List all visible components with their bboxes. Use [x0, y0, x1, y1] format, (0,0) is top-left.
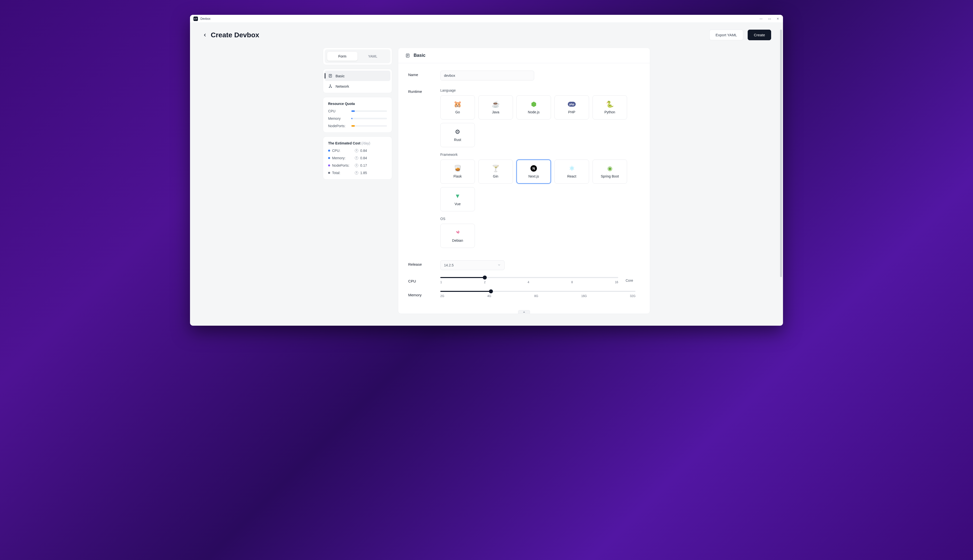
document-icon [328, 73, 333, 78]
release-label: Release [408, 260, 440, 267]
quota-label: CPU [328, 109, 348, 113]
slider-tick: 4 [528, 280, 529, 284]
slider-tick: 16G [581, 294, 587, 298]
next-js-icon: N [530, 165, 537, 172]
go-icon: 🐹 [454, 101, 461, 108]
tile-label: Java [492, 110, 499, 114]
quota-row: CPU [328, 109, 387, 113]
back-button[interactable] [202, 32, 208, 38]
slider-tick: 16 [615, 280, 618, 284]
language-tile-java[interactable]: ☕ Java [478, 95, 513, 120]
os-label: OS [440, 217, 640, 221]
python-icon: 🐍 [606, 101, 613, 108]
tab-yaml[interactable]: YAML [358, 52, 388, 61]
cost-value: 0.17 [360, 163, 367, 167]
node-js-icon: ⬢ [530, 101, 537, 108]
nav-item-network[interactable]: Network [325, 81, 390, 92]
framework-tile-react[interactable]: ⚛ React [555, 160, 589, 184]
spring-boot-icon: ◉ [606, 165, 613, 172]
slider-tick: 2G [440, 294, 444, 298]
resource-quota-card: Resource Quota CPU Memory NodePorts: [323, 97, 392, 133]
java-icon: ☕ [492, 101, 499, 108]
minimize-button[interactable]: — [759, 17, 763, 20]
framework-tile-flask[interactable]: 🥃 Flask [440, 160, 475, 184]
estimated-cost-card: The Estimated Cost (/day) CPU: 0.84Memor… [323, 137, 392, 180]
cost-label: Memory: [332, 156, 345, 160]
cpu-slider[interactable] [440, 277, 618, 278]
coin-icon [355, 164, 358, 167]
tile-label: Spring Boot [601, 174, 619, 178]
quota-row: NodePorts: [328, 124, 387, 128]
export-yaml-button[interactable]: Export YAML [709, 30, 743, 40]
language-tile-rust[interactable]: ⚙ Rust [440, 123, 475, 147]
framework-tile-spring-boot[interactable]: ◉ Spring Boot [592, 160, 627, 184]
tile-label: Gin [493, 174, 498, 178]
drawer-handle[interactable] [518, 310, 530, 313]
runtime-label: Runtime [408, 87, 440, 93]
tile-label: Rust [454, 138, 461, 142]
document-icon [405, 53, 410, 58]
os-tile-debian[interactable]: ༄ Debian [440, 224, 475, 248]
titlebar: CT Devbox — ▭ ✕ [190, 15, 783, 23]
tile-label: Node.js [528, 110, 539, 114]
tile-label: Python [604, 110, 615, 114]
quota-label: NodePorts: [328, 124, 348, 128]
tab-form[interactable]: Form [327, 52, 358, 61]
nav-item-basic[interactable]: Basic [325, 71, 390, 81]
quota-bar [351, 110, 387, 112]
cpu-slider-thumb[interactable] [483, 275, 487, 280]
window-title: Devbox [201, 17, 211, 20]
slider-tick: 8 [571, 280, 573, 284]
app-window: CT Devbox — ▭ ✕ Create Devbox Export YAM… [190, 15, 783, 326]
slider-tick: 1 [440, 280, 442, 284]
cost-row: Total: 1.85 [328, 171, 387, 175]
memory-slider[interactable] [440, 291, 635, 292]
framework-tile-gin[interactable]: 🍸 Gin [478, 160, 513, 184]
app-logo-icon: CT [194, 17, 198, 21]
slider-tick: 32G [630, 294, 635, 298]
framework-tile-vue[interactable]: ▼ Vue [440, 187, 475, 212]
react-icon: ⚛ [568, 165, 575, 172]
cost-label: CPU: [332, 148, 340, 153]
gin-icon: 🍸 [492, 165, 499, 172]
scrollbar[interactable] [780, 30, 782, 321]
slider-tick: 2 [484, 280, 486, 284]
release-value: 14.2.5 [444, 263, 454, 267]
chevron-down-icon [497, 263, 501, 267]
resource-quota-title: Resource Quota [328, 102, 387, 106]
nav-item-label: Network [336, 84, 349, 88]
slider-tick: 4G [487, 294, 491, 298]
cpu-unit: Core [625, 278, 633, 282]
language-tile-php[interactable]: php PHP [555, 95, 589, 120]
create-button[interactable]: Create [748, 30, 771, 40]
language-label: Language [440, 88, 640, 92]
tile-label: React [567, 174, 577, 178]
svg-point-6 [331, 87, 332, 88]
name-input[interactable] [440, 71, 534, 80]
language-tile-node-js[interactable]: ⬢ Node.js [517, 95, 551, 120]
cost-value: 0.84 [360, 148, 367, 153]
flask-icon: 🥃 [454, 165, 461, 172]
framework-tile-next-js[interactable]: N Next.js [517, 160, 551, 184]
vue-icon: ▼ [454, 193, 461, 200]
release-select[interactable]: 14.2.5 [440, 260, 505, 270]
coin-icon [355, 149, 358, 152]
memory-slider-thumb[interactable] [489, 289, 493, 293]
tile-label: Vue [455, 202, 461, 206]
cost-row: Memory: 0.84 [328, 156, 387, 160]
cost-label: Total: [332, 171, 340, 175]
cost-row: NodePorts: 0.17 [328, 163, 387, 167]
php-icon: php [568, 101, 575, 108]
quota-row: Memory [328, 117, 387, 120]
svg-point-5 [329, 87, 330, 88]
maximize-button[interactable]: ▭ [768, 17, 771, 20]
coin-icon [355, 156, 358, 160]
coin-icon [355, 171, 358, 175]
quota-bar [351, 125, 387, 127]
cost-value: 1.85 [360, 171, 367, 175]
close-button[interactable]: ✕ [776, 17, 779, 20]
estimated-cost-title: The Estimated Cost (/day) [328, 141, 387, 145]
language-tile-python[interactable]: 🐍 Python [592, 95, 627, 120]
tile-label: PHP [568, 110, 575, 114]
language-tile-go[interactable]: 🐹 Go [440, 95, 475, 120]
